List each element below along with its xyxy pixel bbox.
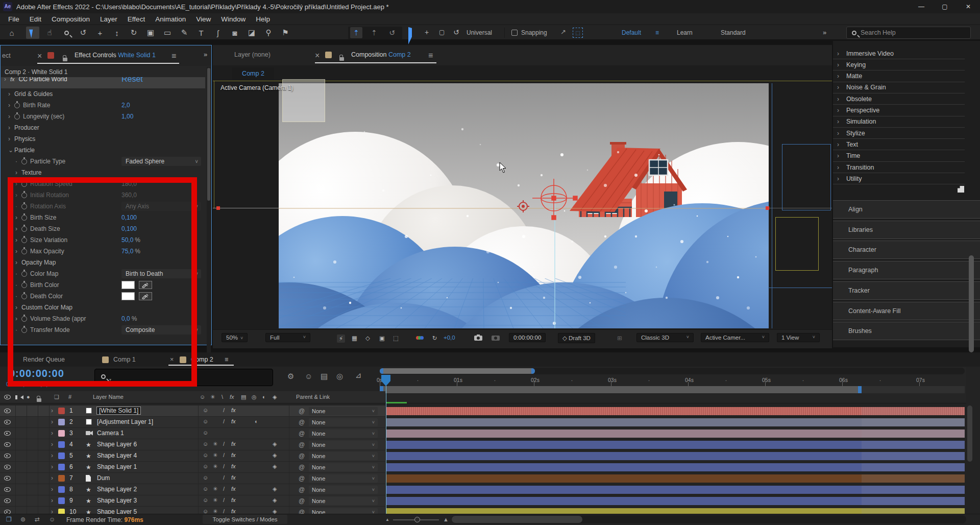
param-dropdown[interactable]: Birth to Death˅ [121,269,201,278]
param-value[interactable]: 1,00 [121,113,133,120]
stopwatch-icon[interactable] [21,271,27,277]
effect-row-custom-color-map[interactable]: ›Custom Color Map [1,302,205,313]
stopwatch-icon[interactable] [21,215,27,221]
menu-edit[interactable]: Edit [24,15,46,23]
resolution-select[interactable]: Full˅ [265,333,310,342]
parent-select[interactable]: None˅ [309,474,378,483]
param-value[interactable]: 0,0% [121,315,137,322]
switch-quality[interactable]: / [223,474,225,481]
eyedropper-icon[interactable] [139,292,152,300]
dolly-camera-tool[interactable]: ↕ [110,27,124,39]
switch-shy[interactable]: ☺ [203,407,208,413]
expand-render-icon[interactable]: ☺ [49,516,55,523]
switch-threeD[interactable]: ◈ [273,497,277,504]
fx-category-keying[interactable]: ›Keying [833,59,965,70]
rotation-tool[interactable]: ↻ [127,27,140,39]
panel-overflow-icon[interactable]: » [204,51,207,58]
switch-quality[interactable]: / [223,407,225,413]
eraser-tool[interactable]: ◪ [245,27,258,39]
effect-row-max-opacity[interactable]: ›Max Opacity75,0% [1,246,205,257]
switch-fx[interactable]: fx [231,452,236,458]
menu-animation[interactable]: Animation [150,15,191,23]
effect-row-size-variation[interactable]: ›Size Variation50,0% [1,234,205,246]
timeline-zoom-slider[interactable] [393,519,439,520]
panel-tab-libraries[interactable]: Libraries [833,221,980,239]
timeline-search-input[interactable]: ▾ [94,369,273,386]
parent-select[interactable]: None˅ [309,486,378,494]
menu-help[interactable]: Help [251,15,275,23]
switch-shy[interactable]: ☺ [203,441,208,447]
region-of-interest-icon[interactable]: ▣ [379,335,385,342]
dock-scrollbar-thumb[interactable] [969,255,974,352]
timeline-v-scrollbar-thumb[interactable] [967,405,972,462]
layer-row-8[interactable]: ›8★Shape Layer 2☺✳/fx◈@None˅ [0,484,385,495]
effect-row-initial-rotation[interactable]: ›Initial Rotation360,0 [1,189,205,201]
layer-row-1[interactable]: ›1[White Solid 1]☺/fx@None˅ [0,405,385,417]
effect-row-opacity-map[interactable]: ›Opacity Map [1,257,205,268]
close-button[interactable]: ✕ [957,0,980,13]
layer-name[interactable]: Shape Layer 3 [97,497,137,504]
layer-name[interactable]: Shape Layer 2 [97,486,137,493]
param-value[interactable]: 50,0% [121,236,140,244]
snapping-checkbox[interactable] [511,30,518,36]
label-color[interactable] [58,452,65,459]
switch-collapse[interactable]: ✳ [213,463,217,470]
eye-icon[interactable] [4,498,11,503]
effect-row-rotation-axis[interactable]: ·Rotation AxisAny Axis˅ [1,201,205,212]
exposure-reset-icon[interactable]: ↻ [432,335,437,342]
panel-tab-content-aware-fill[interactable]: Content-Aware Fill [833,302,980,320]
help-search-input[interactable]: Search Help [846,27,971,39]
project-tab-partial[interactable]: ect [2,52,11,59]
eye-icon[interactable] [4,420,11,424]
switch-fx[interactable]: fx [231,407,236,413]
switch-shy[interactable]: ☺ [203,429,208,436]
panel-tab-tracker[interactable]: Tracker [833,281,980,300]
panel-menu-icon[interactable]: ≡ [172,52,176,61]
eyedropper-icon[interactable] [139,281,152,289]
switch-shy[interactable]: ☺ [203,474,208,481]
eye-icon[interactable] [4,454,11,458]
motion-blur-icon[interactable]: ◎ [336,372,343,381]
workspace-standard[interactable]: Standard [721,29,746,36]
tab-effect-controls[interactable]: Effect Controls White Solid 1 [75,52,156,59]
brush-tool[interactable]: ʃ [211,27,225,39]
switch-quality[interactable]: / [223,486,225,492]
workspace-menu-icon[interactable]: ≡ [655,29,659,36]
menu-effect[interactable]: Effect [122,15,150,23]
label-color[interactable] [58,475,65,482]
panel-tab-brushes[interactable]: Brushes [833,322,980,340]
effect-row-particle-type[interactable]: ·Particle TypeFaded Sphere˅ [1,156,205,167]
effect-header-row[interactable]: › fx CC Particle World Reset [1,77,205,88]
param-dropdown[interactable]: Composite˅ [121,325,201,335]
snap-bounding-box-icon[interactable]: ⬚ [573,28,583,38]
parent-pickwhip-icon[interactable]: @ [299,408,305,415]
grid-guides-icon[interactable]: ⚡ [337,335,345,343]
switch-collapse[interactable]: ✳ [213,486,217,492]
layer-row-9[interactable]: ›9★Shape Layer 3☺✳/fx◈@None˅ [0,495,385,507]
switch-shy[interactable]: ☺ [203,418,208,424]
tab-render-queue[interactable]: Render Queue [23,356,65,363]
timeline-navigator[interactable] [380,368,965,374]
switch-fx[interactable]: fx [231,418,236,424]
hand-tool[interactable]: ☝ [43,27,56,39]
panel-menu-icon[interactable]: ≡ [428,51,433,60]
label-color[interactable] [58,464,65,470]
switch-fx[interactable]: fx [231,441,236,447]
work-area-bar[interactable] [380,386,862,393]
parent-pickwhip-icon[interactable]: @ [299,441,305,448]
param-value[interactable]: 360,0 [121,192,137,199]
zoom-out-icon[interactable]: ▲ [385,517,389,522]
color-swatch[interactable] [121,292,135,300]
exposure-value[interactable]: +0,0 [444,335,455,341]
camera-tool-1[interactable]: ⇡ [350,27,362,38]
effect-row-producer[interactable]: ›Producer [1,122,205,133]
layer-row-5[interactable]: ›5★Shape Layer 4☺✳/fx◈@None˅ [0,450,385,462]
effect-row-particle[interactable]: ⌄Particle [1,145,205,156]
expand-switches-icon[interactable]: ⊚ [20,516,26,523]
maximize-button[interactable]: ▢ [933,0,957,13]
switch-collapse[interactable]: ✳ [213,452,217,459]
selection-tool[interactable] [26,27,39,39]
layer-row-2[interactable]: ›2[Adjustment Layer 1]☺/fx◐@None˅ [0,417,385,428]
eye-icon[interactable] [4,431,11,436]
param-dropdown[interactable]: Any Axis˅ [121,202,201,211]
